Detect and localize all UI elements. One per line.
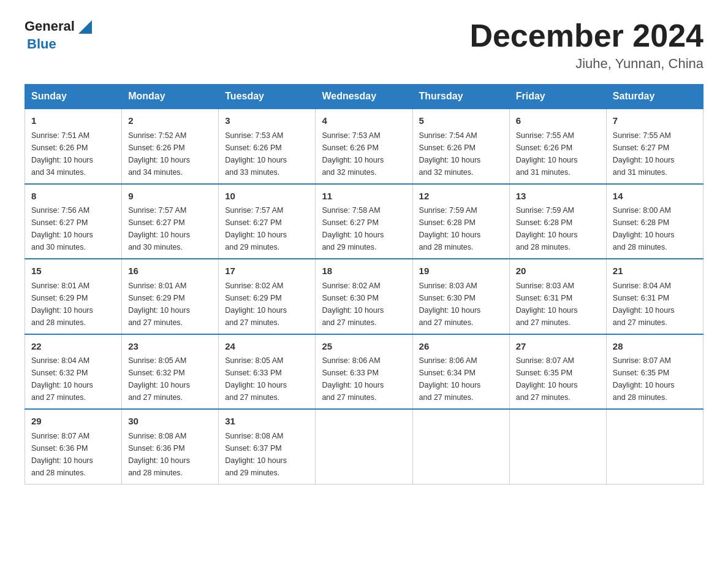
calendar-cell: 4Sunrise: 7:53 AM Sunset: 6:26 PM Daylig… xyxy=(316,109,412,184)
calendar-cell: 22Sunrise: 8:04 AM Sunset: 6:32 PM Dayli… xyxy=(25,334,122,410)
day-number: 22 xyxy=(31,340,115,354)
calendar-cell: 7Sunrise: 7:55 AM Sunset: 6:27 PM Daylig… xyxy=(606,109,703,184)
logo-text-general: General xyxy=(25,18,75,34)
day-info: Sunrise: 8:07 AM Sunset: 6:36 PM Dayligh… xyxy=(31,432,93,477)
day-info: Sunrise: 7:53 AM Sunset: 6:26 PM Dayligh… xyxy=(225,131,287,177)
calendar-week-row: 22Sunrise: 8:04 AM Sunset: 6:32 PM Dayli… xyxy=(25,334,703,410)
calendar-cell: 5Sunrise: 7:54 AM Sunset: 6:26 PM Daylig… xyxy=(412,109,509,184)
header-wednesday: Wednesday xyxy=(316,85,412,109)
day-number: 30 xyxy=(128,415,212,429)
calendar-week-row: 1Sunrise: 7:51 AM Sunset: 6:26 PM Daylig… xyxy=(25,109,703,184)
day-info: Sunrise: 7:55 AM Sunset: 6:27 PM Dayligh… xyxy=(613,131,675,177)
day-info: Sunrise: 7:56 AM Sunset: 6:27 PM Dayligh… xyxy=(31,206,93,251)
calendar-cell xyxy=(606,409,703,484)
calendar-week-row: 8Sunrise: 7:56 AM Sunset: 6:27 PM Daylig… xyxy=(25,184,703,259)
calendar-cell: 11Sunrise: 7:58 AM Sunset: 6:27 PM Dayli… xyxy=(316,184,412,259)
calendar-cell: 17Sunrise: 8:02 AM Sunset: 6:29 PM Dayli… xyxy=(219,259,316,334)
calendar-cell xyxy=(316,409,412,484)
day-number: 31 xyxy=(225,415,309,429)
weekday-header-row: Sunday Monday Tuesday Wednesday Thursday… xyxy=(25,85,703,109)
day-info: Sunrise: 7:53 AM Sunset: 6:26 PM Dayligh… xyxy=(322,131,384,177)
calendar-cell: 2Sunrise: 7:52 AM Sunset: 6:26 PM Daylig… xyxy=(122,109,219,184)
calendar-cell: 13Sunrise: 7:59 AM Sunset: 6:28 PM Dayli… xyxy=(509,184,606,259)
day-number: 5 xyxy=(419,114,503,128)
day-info: Sunrise: 8:08 AM Sunset: 6:36 PM Dayligh… xyxy=(128,432,190,477)
calendar-cell: 9Sunrise: 7:57 AM Sunset: 6:27 PM Daylig… xyxy=(122,184,219,259)
calendar-cell xyxy=(509,409,606,484)
day-number: 17 xyxy=(225,264,309,278)
calendar-cell: 26Sunrise: 8:06 AM Sunset: 6:34 PM Dayli… xyxy=(412,334,509,410)
day-number: 18 xyxy=(322,264,406,278)
calendar-cell xyxy=(412,409,509,484)
day-info: Sunrise: 8:06 AM Sunset: 6:34 PM Dayligh… xyxy=(419,356,481,402)
day-number: 2 xyxy=(128,114,212,128)
day-number: 29 xyxy=(31,415,115,429)
calendar-cell: 28Sunrise: 8:07 AM Sunset: 6:35 PM Dayli… xyxy=(606,334,703,410)
calendar-cell: 25Sunrise: 8:06 AM Sunset: 6:33 PM Dayli… xyxy=(316,334,412,410)
calendar-cell: 15Sunrise: 8:01 AM Sunset: 6:29 PM Dayli… xyxy=(25,259,122,334)
calendar-cell: 29Sunrise: 8:07 AM Sunset: 6:36 PM Dayli… xyxy=(25,409,122,484)
calendar-cell: 23Sunrise: 8:05 AM Sunset: 6:32 PM Dayli… xyxy=(122,334,219,410)
calendar-cell: 12Sunrise: 7:59 AM Sunset: 6:28 PM Dayli… xyxy=(412,184,509,259)
day-info: Sunrise: 8:02 AM Sunset: 6:30 PM Dayligh… xyxy=(322,282,384,327)
calendar-cell: 30Sunrise: 8:08 AM Sunset: 6:36 PM Dayli… xyxy=(122,409,219,484)
day-info: Sunrise: 7:51 AM Sunset: 6:26 PM Dayligh… xyxy=(31,131,93,177)
header-sunday: Sunday xyxy=(25,85,122,109)
day-info: Sunrise: 7:55 AM Sunset: 6:26 PM Dayligh… xyxy=(516,131,578,177)
header-thursday: Thursday xyxy=(412,85,509,109)
calendar-body: 1Sunrise: 7:51 AM Sunset: 6:26 PM Daylig… xyxy=(25,109,703,484)
day-info: Sunrise: 8:03 AM Sunset: 6:30 PM Dayligh… xyxy=(419,282,481,327)
calendar-cell: 1Sunrise: 7:51 AM Sunset: 6:26 PM Daylig… xyxy=(25,109,122,184)
day-info: Sunrise: 8:05 AM Sunset: 6:33 PM Dayligh… xyxy=(225,356,287,402)
day-number: 19 xyxy=(419,264,503,278)
logo: General Blue xyxy=(25,18,92,52)
day-info: Sunrise: 7:58 AM Sunset: 6:27 PM Dayligh… xyxy=(322,206,384,251)
day-number: 6 xyxy=(516,114,600,128)
calendar-cell: 31Sunrise: 8:08 AM Sunset: 6:37 PM Dayli… xyxy=(219,409,316,484)
calendar-week-row: 15Sunrise: 8:01 AM Sunset: 6:29 PM Dayli… xyxy=(25,259,703,334)
day-number: 26 xyxy=(419,340,503,354)
header-tuesday: Tuesday xyxy=(219,85,316,109)
day-number: 14 xyxy=(613,190,697,204)
day-number: 20 xyxy=(516,264,600,278)
title-block: December 2024 Jiuhe, Yunnan, China xyxy=(469,18,703,72)
calendar-cell: 16Sunrise: 8:01 AM Sunset: 6:29 PM Dayli… xyxy=(122,259,219,334)
day-info: Sunrise: 8:05 AM Sunset: 6:32 PM Dayligh… xyxy=(128,356,190,402)
calendar-cell: 18Sunrise: 8:02 AM Sunset: 6:30 PM Dayli… xyxy=(316,259,412,334)
day-number: 16 xyxy=(128,264,212,278)
day-number: 3 xyxy=(225,114,309,128)
header-saturday: Saturday xyxy=(606,85,703,109)
day-number: 8 xyxy=(31,190,115,204)
day-info: Sunrise: 8:01 AM Sunset: 6:29 PM Dayligh… xyxy=(128,282,190,327)
day-number: 28 xyxy=(613,340,697,354)
calendar-cell: 21Sunrise: 8:04 AM Sunset: 6:31 PM Dayli… xyxy=(606,259,703,334)
day-info: Sunrise: 8:00 AM Sunset: 6:28 PM Dayligh… xyxy=(613,206,675,251)
calendar-cell: 8Sunrise: 7:56 AM Sunset: 6:27 PM Daylig… xyxy=(25,184,122,259)
day-info: Sunrise: 8:04 AM Sunset: 6:32 PM Dayligh… xyxy=(31,356,93,402)
page-header: General Blue December 2024 Jiuhe, Yunnan… xyxy=(25,18,703,72)
day-number: 23 xyxy=(128,340,212,354)
calendar-cell: 20Sunrise: 8:03 AM Sunset: 6:31 PM Dayli… xyxy=(509,259,606,334)
logo-arrow-icon xyxy=(78,20,92,34)
day-info: Sunrise: 8:01 AM Sunset: 6:29 PM Dayligh… xyxy=(31,282,93,327)
day-info: Sunrise: 7:57 AM Sunset: 6:27 PM Dayligh… xyxy=(225,206,287,251)
day-info: Sunrise: 8:04 AM Sunset: 6:31 PM Dayligh… xyxy=(613,282,675,327)
day-number: 15 xyxy=(31,264,115,278)
day-info: Sunrise: 7:59 AM Sunset: 6:28 PM Dayligh… xyxy=(516,206,578,251)
day-number: 21 xyxy=(613,264,697,278)
day-info: Sunrise: 7:52 AM Sunset: 6:26 PM Dayligh… xyxy=(128,131,190,177)
day-number: 7 xyxy=(613,114,697,128)
day-number: 12 xyxy=(419,190,503,204)
calendar-cell: 3Sunrise: 7:53 AM Sunset: 6:26 PM Daylig… xyxy=(219,109,316,184)
day-info: Sunrise: 7:57 AM Sunset: 6:27 PM Dayligh… xyxy=(128,206,190,251)
calendar-cell: 6Sunrise: 7:55 AM Sunset: 6:26 PM Daylig… xyxy=(509,109,606,184)
day-info: Sunrise: 7:59 AM Sunset: 6:28 PM Dayligh… xyxy=(419,206,481,251)
calendar-week-row: 29Sunrise: 8:07 AM Sunset: 6:36 PM Dayli… xyxy=(25,409,703,484)
calendar-header: Sunday Monday Tuesday Wednesday Thursday… xyxy=(25,85,703,109)
day-info: Sunrise: 8:06 AM Sunset: 6:33 PM Dayligh… xyxy=(322,356,384,402)
day-number: 4 xyxy=(322,114,406,128)
day-number: 27 xyxy=(516,340,600,354)
header-monday: Monday xyxy=(122,85,219,109)
calendar-cell: 14Sunrise: 8:00 AM Sunset: 6:28 PM Dayli… xyxy=(606,184,703,259)
svg-marker-0 xyxy=(78,20,92,34)
